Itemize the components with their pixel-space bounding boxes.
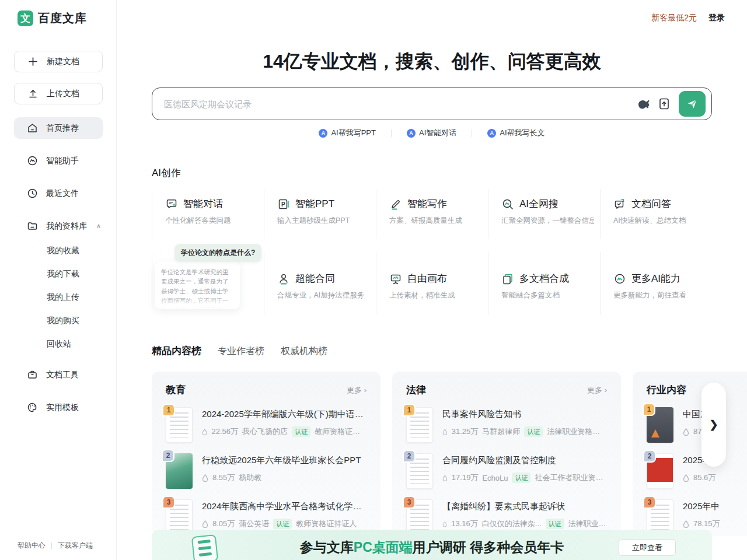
ai-card-super-contract[interactable]: 超能合同 合规专业，AI加持法律服务 xyxy=(264,252,376,315)
ai-card-ai-web-search[interactable]: AI全网搜 汇聚全网资源，一键整合信息 xyxy=(488,189,600,239)
plus-icon xyxy=(27,56,39,67)
sidebar-item-templates[interactable]: 实用模板 xyxy=(14,397,103,418)
more-link[interactable]: 更多 › xyxy=(587,385,607,396)
verified-badge: 认证 xyxy=(546,519,564,529)
list-item[interactable]: 2 合同履约风险监测及管控制度 17.19万 EchoLu 认证 社会工作者职业… xyxy=(406,453,607,489)
quick-links: A AI帮我写PPT A AI智能对话 A AI帮我写长文 xyxy=(117,128,747,138)
doc-qa-icon xyxy=(613,198,626,211)
views-drop-icon xyxy=(683,428,689,436)
demo-answer-card: 学位论文是学术研究的重要成果之一，通常是为了获得学士、硕士或博士学位而撰写的，它… xyxy=(155,261,240,309)
quick-link-ai-chat[interactable]: A AI智能对话 xyxy=(392,128,472,138)
doc-title: 2024年陕西高中学业水平合格考试化学试卷... xyxy=(202,501,366,512)
tab-authority-orgs[interactable]: 权威机构榜 xyxy=(281,345,327,358)
quick-link-label: AI智能对话 xyxy=(419,128,456,138)
ai-card-desc: 合规专业，AI加持法律服务 xyxy=(277,290,370,300)
wenku-logo-icon: 文 xyxy=(18,10,33,26)
tab-featured-content[interactable]: 精品内容榜 xyxy=(152,344,201,358)
verified-badge: 认证 xyxy=(512,473,530,483)
new-user-promo-link[interactable]: 新客最低2元 xyxy=(651,13,697,23)
sub-item-label: 我的购买 xyxy=(47,316,79,326)
sidebar-item-assistant[interactable]: 智能助手 xyxy=(14,150,103,172)
ai-badge-icon: A xyxy=(407,129,416,138)
sidebar-item-uploads[interactable]: 我的上传 xyxy=(47,286,116,309)
sidebar-item-favorites[interactable]: 我的收藏 xyxy=(47,239,116,262)
ai-card-desc: 更多新能力，前往查看 xyxy=(613,290,706,300)
tab-pro-authors[interactable]: 专业作者榜 xyxy=(218,345,264,358)
sidebar-item-home[interactable]: 首页推荐 xyxy=(14,117,103,139)
survey-banner[interactable]: 参与文库PC桌面端用户调研 得多种会员年卡 立即查看 xyxy=(152,530,712,560)
contract-icon xyxy=(277,272,290,285)
ai-card-multi-doc[interactable]: 多文档合成 智能融合多篇文档 xyxy=(488,252,600,315)
ai-card-title: 智能对话 xyxy=(183,197,223,211)
sidebar-item-recycle-bin[interactable]: 回收站 xyxy=(47,332,116,356)
views-drop-icon xyxy=(683,520,689,528)
sidebar-item-doc-tools[interactable]: 文档工具 xyxy=(14,364,103,386)
views-drop-icon xyxy=(442,474,448,482)
ai-card-smart-chat[interactable]: 智能对话 个性化解答各类问题 xyxy=(152,189,264,239)
doc-thumbnail: 1 xyxy=(406,407,433,443)
quick-link-write-ppt[interactable]: A AI帮我写PPT xyxy=(303,128,391,138)
download-client-link[interactable]: 下载客户端 xyxy=(58,541,93,551)
sidebar-item-recent[interactable]: 最近文件 xyxy=(14,183,103,204)
upload-document-button[interactable]: 上传文档 xyxy=(14,83,103,104)
quick-link-label: AI帮我写PPT xyxy=(331,128,376,138)
chevron-right-icon: ❯ xyxy=(709,418,718,431)
list-item[interactable]: 2 行稳致远2025年六年级毕业班家长会PPT 8.55万 杨助教 xyxy=(166,453,366,489)
sidebar-item-purchases[interactable]: 我的购买 xyxy=(47,309,116,332)
ai-demo-illustration: 学位论文的特点是什么? 学位论文是学术研究的重要成果之一，通常是为了获得学士、硕… xyxy=(152,252,264,315)
sidebar-item-label: 实用模板 xyxy=(46,402,79,413)
carousel-next-button[interactable]: ❯ xyxy=(701,383,726,467)
quick-link-label: AI帮我写长文 xyxy=(500,128,544,138)
list-item[interactable]: 1 2024-2025学年部编版六年级(下)期中语文试... 22.56万 我心… xyxy=(166,407,366,443)
cert-label: 教师资格证持证人 xyxy=(315,426,366,437)
help-center-link[interactable]: 帮助中心 xyxy=(18,541,46,551)
banner-text-prefix: 参与文库 xyxy=(300,538,354,556)
clock-icon xyxy=(27,188,38,199)
ai-card-desc: 上传素材，精准生成 xyxy=(389,290,482,300)
chat-plus-icon xyxy=(165,198,178,211)
views-drop-icon xyxy=(202,520,208,528)
sidebar-item-downloads[interactable]: 我的下载 xyxy=(47,262,116,286)
rank-badge: 3 xyxy=(162,496,175,509)
ai-card-smart-writing[interactable]: 智能写作 方案、研报高质量生成 xyxy=(376,189,488,239)
more-link[interactable]: 更多 › xyxy=(347,385,366,396)
new-document-button[interactable]: 新建文档 xyxy=(14,51,103,72)
ai-card-free-canvas[interactable]: 自由画布 上传素材，精准生成 xyxy=(376,252,488,315)
ai-card-smart-ppt[interactable]: P 智能PPT 输入主题秒级生成PPT xyxy=(264,189,376,239)
views-count: 17.19万 xyxy=(452,473,479,483)
search-bar[interactable] xyxy=(152,88,712,120)
doc-title: 2025年中 xyxy=(683,501,747,512)
ppt-icon: P xyxy=(277,198,290,211)
whale-ai-icon[interactable] xyxy=(634,94,654,114)
sidebar-item-label: 我的资料库 xyxy=(46,221,87,232)
cert-label: 法律职业资格证持证人 xyxy=(547,426,607,437)
toolbox-icon xyxy=(27,369,38,380)
upload-file-icon[interactable] xyxy=(654,94,674,114)
list-item[interactable]: 2 2025年 85.6万 xyxy=(647,453,747,489)
divider xyxy=(51,542,52,549)
author-name: 马群超律师 xyxy=(482,426,520,437)
sidebar-item-library[interactable]: 我的资料库 ∧ xyxy=(14,215,103,237)
ai-card-more-ai[interactable]: 更多AI能力 更多新能力，前往查看 xyxy=(600,252,712,315)
category-title: 教育 xyxy=(166,383,186,397)
views-count: 31.25万 xyxy=(452,426,479,437)
views-count: 78.15万 xyxy=(693,519,720,529)
sidebar-item-label: 首页推荐 xyxy=(46,123,79,134)
ai-card-desc: 智能融合多篇文档 xyxy=(501,290,594,300)
svg-text:P: P xyxy=(281,201,285,208)
more-ai-icon xyxy=(613,272,626,285)
search-submit-button[interactable] xyxy=(679,91,706,117)
list-item[interactable]: 1 民事案件风险告知书 31.25万 马群超律师 认证 法律职业资格证持证人 xyxy=(406,407,607,443)
doc-title: 民事案件风险告知书 xyxy=(442,409,607,420)
search-input[interactable] xyxy=(164,99,634,109)
brand-logo[interactable]: 文 百度文库 xyxy=(0,0,116,26)
sub-item-label: 我的上传 xyxy=(47,292,79,303)
upload-icon xyxy=(27,88,39,99)
quick-link-long-text[interactable]: A AI帮我写长文 xyxy=(472,128,560,138)
chevron-up-icon[interactable]: ∧ xyxy=(96,222,101,230)
ai-card-doc-qa[interactable]: 文档问答 AI快速解读、总结文档 xyxy=(600,189,712,239)
login-button[interactable]: 登录 xyxy=(708,13,725,23)
list-item[interactable]: 1 中国冷链 87.64万 xyxy=(647,407,747,443)
ai-badge-icon: A xyxy=(487,129,496,138)
banner-cta-button[interactable]: 立即查看 xyxy=(619,539,676,556)
